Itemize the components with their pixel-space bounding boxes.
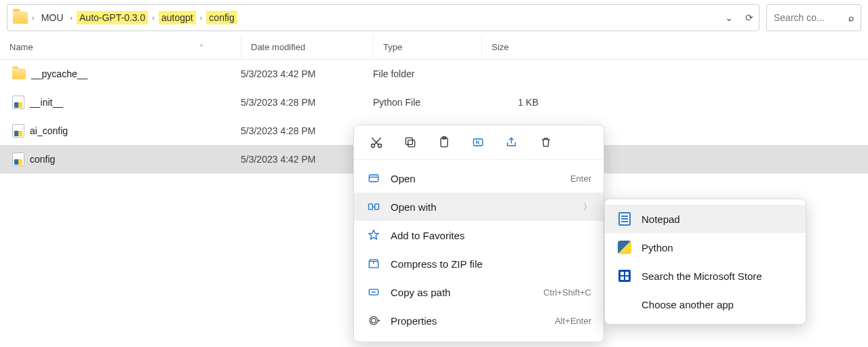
folder-icon <box>13 12 28 24</box>
svg-point-0 <box>372 144 375 148</box>
file-row[interactable]: __pycache__ 5/3/2023 4:42 PM File folder <box>0 60 868 88</box>
file-row[interactable]: __init__ 5/3/2023 4:28 PM Python File 1 … <box>0 88 868 117</box>
cut-icon[interactable] <box>369 135 384 150</box>
column-name[interactable]: Name⌃ <box>0 35 241 59</box>
props-icon <box>366 313 381 328</box>
address-bar[interactable]: › MOU › Auto-GPT-0.3.0 › autogpt › confi… <box>7 4 760 31</box>
context-menu-quick-actions <box>354 131 604 158</box>
open-icon <box>366 171 381 186</box>
column-type[interactable]: Type <box>373 35 481 59</box>
svg-rect-6 <box>473 139 482 146</box>
toolbar: › MOU › Auto-GPT-0.3.0 › autogpt › confi… <box>0 0 868 35</box>
column-date[interactable]: Date modified <box>241 35 373 59</box>
sort-caret-icon: ⌃ <box>199 43 204 51</box>
zip-icon <box>366 256 381 271</box>
file-size: 1 KB <box>481 97 549 108</box>
submenu-item-label: Notepad <box>642 213 680 225</box>
chevron-right-icon: › <box>200 14 203 22</box>
file-type: Python File <box>373 97 481 108</box>
svg-rect-9 <box>375 204 379 209</box>
chevron-right-icon: › <box>152 14 155 22</box>
svg-rect-2 <box>408 140 415 147</box>
submenu-item-label: Python <box>642 242 673 253</box>
menu-item-label: Open <box>391 173 416 184</box>
menu-item-label: Compress to ZIP file <box>391 258 483 270</box>
file-date: 5/3/2023 4:42 PM <box>241 68 373 79</box>
openwith-icon <box>366 199 381 214</box>
shortcut-label: Alt+Enter <box>555 316 591 326</box>
microsoft-store-icon <box>618 270 631 282</box>
shortcut-label: Enter <box>570 174 591 184</box>
menu-item-label: Open with <box>391 201 437 213</box>
column-size[interactable]: Size <box>481 35 549 59</box>
context-menu: OpenEnterOpen with〉Add to FavoritesCompr… <box>353 125 604 342</box>
menu-item-properties[interactable]: PropertiesAlt+Enter <box>354 306 604 335</box>
submenu-item-search-the-microsoft-store[interactable]: Search the Microsoft Store <box>605 262 806 290</box>
menu-item-label: Copy as path <box>391 287 450 298</box>
breadcrumb-item[interactable]: autogpt <box>159 11 196 24</box>
menu-item-label: Add to Favorites <box>391 230 465 241</box>
chevron-down-icon[interactable]: ⌄ <box>725 12 733 23</box>
share-icon[interactable] <box>505 135 519 150</box>
copy-icon[interactable] <box>403 135 418 150</box>
folder-icon <box>12 68 26 79</box>
file-name: __pycache__ <box>31 68 87 79</box>
delete-icon[interactable] <box>538 135 553 150</box>
menu-item-open-with[interactable]: Open with〉 <box>354 192 604 221</box>
search-box[interactable]: ⌕ <box>766 4 861 31</box>
menu-item-compress-to-zip-file[interactable]: Compress to ZIP file <box>354 249 604 278</box>
file-name: ai_config <box>30 125 68 136</box>
menu-item-label: Properties <box>391 315 437 327</box>
file-type: File folder <box>373 68 481 79</box>
search-input[interactable] <box>774 12 835 23</box>
svg-point-1 <box>378 144 382 148</box>
separator <box>354 159 604 160</box>
chevron-right-icon: 〉 <box>583 201 591 213</box>
file-name: __init__ <box>30 97 63 108</box>
breadcrumb-item[interactable]: MOU <box>39 11 66 24</box>
shortcut-label: Ctrl+Shift+C <box>543 287 591 298</box>
star-icon <box>366 228 381 243</box>
submenu-item-label: Choose another app <box>642 299 734 310</box>
column-headers: Name⌃ Date modified Type Size <box>0 35 868 60</box>
breadcrumb-item[interactable]: config <box>206 11 237 24</box>
submenu-item-python[interactable]: Python <box>605 233 806 262</box>
menu-item-open[interactable]: OpenEnter <box>354 164 604 192</box>
svg-rect-3 <box>406 138 412 144</box>
file-name: config <box>30 154 55 165</box>
notepad-icon <box>618 212 631 226</box>
submenu-item-choose-another-app[interactable]: Choose another app <box>605 290 806 319</box>
chevron-right-icon: › <box>70 14 73 22</box>
python-file-icon <box>12 124 24 138</box>
menu-item-add-to-favorites[interactable]: Add to Favorites <box>354 221 604 249</box>
python-icon <box>618 241 631 254</box>
refresh-icon[interactable]: ⟳ <box>745 12 753 23</box>
path-icon <box>366 285 381 300</box>
python-file-icon <box>12 96 24 109</box>
breadcrumb-item[interactable]: Auto-GPT-0.3.0 <box>77 11 148 24</box>
submenu-item-label: Search the Microsoft Store <box>642 270 762 282</box>
paste-icon[interactable] <box>437 135 452 150</box>
svg-rect-7 <box>369 175 378 182</box>
menu-item-copy-as-path[interactable]: Copy as pathCtrl+Shift+C <box>354 278 604 306</box>
rename-icon[interactable] <box>471 135 486 150</box>
file-date: 5/3/2023 4:28 PM <box>241 97 373 108</box>
chevron-right-icon: › <box>32 14 35 22</box>
open-with-submenu: NotepadPythonSearch the Microsoft StoreC… <box>604 199 806 325</box>
submenu-item-notepad[interactable]: Notepad <box>605 205 806 233</box>
python-file-icon <box>12 152 24 166</box>
search-icon[interactable]: ⌕ <box>848 12 854 23</box>
svg-rect-8 <box>369 204 373 209</box>
